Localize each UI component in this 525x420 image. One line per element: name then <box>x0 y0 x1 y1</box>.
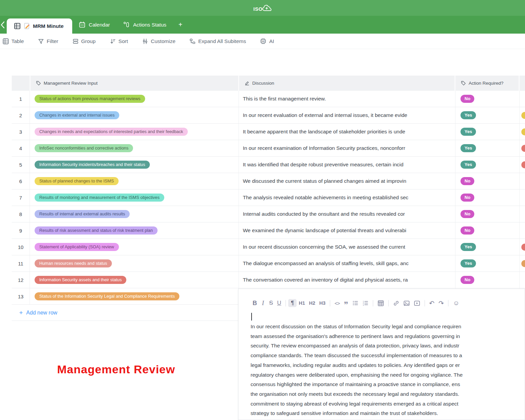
tag-icon <box>36 81 41 86</box>
discussion-cell[interactable]: It was identified that despite robust pr… <box>238 157 455 173</box>
image-button[interactable] <box>401 300 412 306</box>
table-row: 4 InfoSec nonconformities and corrective… <box>12 140 525 157</box>
code-button[interactable]: <> <box>333 300 342 306</box>
action-cell[interactable]: Yes <box>455 255 519 271</box>
input-cell[interactable]: Status of actions from previous manageme… <box>30 91 238 107</box>
discussion-cell[interactable]: We examined the dynamic landscape of pot… <box>238 222 455 239</box>
discussion-cell[interactable]: Internal audits conducted by the onsulta… <box>238 206 455 222</box>
input-cell[interactable]: Status of planned changes to the ISMS <box>30 173 238 189</box>
toolbar-expand-subitems-button[interactable]: Expand All Subitems <box>189 38 246 44</box>
action-badge: Yes <box>461 243 476 251</box>
input-pill: Information Security incidents/breaches … <box>35 161 150 169</box>
action-cell[interactable]: No <box>455 91 519 107</box>
undo-button[interactable]: ↶ <box>427 299 437 307</box>
input-cell[interactable]: Statement of Applicability (SOA) review <box>30 239 238 255</box>
input-cell[interactable]: Information Security incidents/breaches … <box>30 157 238 173</box>
discussion-cell[interactable]: The conversation covered an inventory of… <box>238 272 455 288</box>
header-discussion[interactable]: Discussion <box>238 76 454 91</box>
iso-cloud-logo: ISO <box>253 4 271 12</box>
heading3-button[interactable]: H3 <box>317 300 328 306</box>
expand-subitems-icon <box>189 38 195 44</box>
action-badge: No <box>461 95 474 103</box>
input-pill: Status of planned changes to the ISMS <box>35 177 119 185</box>
edge-cell <box>519 222 525 239</box>
toolbar-table-button[interactable]: Table <box>3 38 24 44</box>
video-button[interactable] <box>412 300 422 306</box>
row-number: 12 <box>12 272 30 288</box>
toolbar-label: AI <box>269 38 274 44</box>
input-cell[interactable]: Status of the Information Security Legal… <box>30 288 238 304</box>
discussion-cell[interactable]: We discussed the current status of plann… <box>238 173 455 189</box>
action-cell[interactable]: No <box>455 190 519 206</box>
header-management-review-input[interactable]: Management Review Input <box>30 76 238 91</box>
input-cell[interactable]: Human resources needs and status <box>30 255 238 271</box>
action-cell[interactable]: Yes <box>455 140 519 156</box>
action-cell[interactable]: Yes <box>455 157 519 173</box>
toolbar-group-button[interactable]: Group <box>73 38 96 44</box>
row-number: 10 <box>12 239 30 255</box>
action-cell[interactable]: No <box>455 222 519 239</box>
edge-cell <box>519 206 525 222</box>
table-toolbar: Table Filter Group Sort Customize Expand… <box>0 34 525 49</box>
redo-button[interactable]: ↷ <box>437 299 446 307</box>
input-cell[interactable]: InfoSec nonconformities and corrective a… <box>30 140 238 156</box>
edge-pill <box>521 244 525 251</box>
discussion-cell[interactable]: In our recent evaluation of external and… <box>238 107 455 123</box>
discussion-cell[interactable]: This is the first management review. <box>238 91 455 107</box>
action-cell[interactable]: Yes <box>455 107 519 123</box>
strikethrough-button[interactable]: S <box>267 300 275 306</box>
discussion-cell[interactable]: In our recent examination of Information… <box>238 140 455 156</box>
action-badge: No <box>461 194 474 202</box>
italic-button[interactable]: I <box>259 299 267 307</box>
toolbar-customize-button[interactable]: Customize <box>142 38 175 44</box>
discussion-cell[interactable]: The dialogue encompassed an analysis of … <box>238 255 455 271</box>
table-row: 7 Results of monitoring and measurement … <box>12 190 525 206</box>
emoji-button[interactable]: ☺ <box>451 299 461 307</box>
blockquote-button[interactable]: ” <box>342 300 350 306</box>
action-badge: No <box>461 276 474 284</box>
discussion-cell[interactable]: It became apparent that the landscape of… <box>238 124 455 140</box>
bullet-list-button[interactable] <box>350 300 360 306</box>
underline-button[interactable]: U <box>275 300 283 306</box>
edge-pill <box>521 194 525 201</box>
action-cell[interactable]: No <box>455 173 519 189</box>
tab-calendar[interactable]: Calendar <box>72 16 117 34</box>
edge-pill <box>521 178 525 185</box>
action-cell[interactable]: No <box>455 206 519 222</box>
add-view-button[interactable]: + <box>173 16 188 34</box>
logo-text: ISO <box>253 6 262 12</box>
back-chevron-icon[interactable] <box>0 16 7 34</box>
edge-cell <box>519 157 525 173</box>
paragraph-button[interactable]: ¶ <box>288 299 297 307</box>
tab-mrm-minute[interactable]: MRM Minute <box>7 18 72 34</box>
link-button[interactable] <box>391 300 401 306</box>
header-action-required[interactable]: Action Required? <box>454 76 519 91</box>
input-cell[interactable]: Changes in needs and expectations of int… <box>30 124 238 140</box>
heading1-button[interactable]: H1 <box>297 300 307 306</box>
heading2-button[interactable]: H2 <box>307 300 317 306</box>
action-badge: Yes <box>461 111 476 119</box>
toolbar-sort-button[interactable]: Sort <box>110 38 128 44</box>
toolbar-separator <box>330 300 330 306</box>
action-cell[interactable]: Yes <box>455 124 519 140</box>
insert-table-button[interactable] <box>376 300 386 306</box>
discussion-cell[interactable]: The analysis revealed notable achievemen… <box>238 190 455 206</box>
input-cell[interactable]: Results of risk assessment and status of… <box>30 222 238 239</box>
input-cell[interactable]: Changes in external and internal issues <box>30 107 238 123</box>
toolbar-separator <box>286 300 286 306</box>
toolbar-filter-button[interactable]: Filter <box>38 38 58 44</box>
bold-button[interactable]: B <box>251 300 259 307</box>
calendar-icon <box>79 22 85 28</box>
input-pill: Results of risk assessment and status of… <box>35 226 158 235</box>
toolbar-ai-button[interactable]: AI AI <box>260 38 274 44</box>
editor-text-area[interactable]: In our recent discussion on the status o… <box>251 322 525 418</box>
tab-actions-status[interactable]: Actions Status <box>117 16 173 34</box>
input-cell[interactable]: Results of internal and external audits … <box>30 206 238 222</box>
action-cell[interactable]: Yes <box>455 239 519 255</box>
input-cell[interactable]: Results of monitoring and measurement of… <box>30 190 238 206</box>
discussion-cell[interactable]: In our recent discussion concerning the … <box>238 239 455 255</box>
input-cell[interactable]: Information Security assets and their st… <box>30 272 238 288</box>
action-cell[interactable]: No <box>455 272 519 288</box>
toolbar-label: Group <box>81 38 96 44</box>
numbered-list-button[interactable]: 123 <box>360 300 370 306</box>
